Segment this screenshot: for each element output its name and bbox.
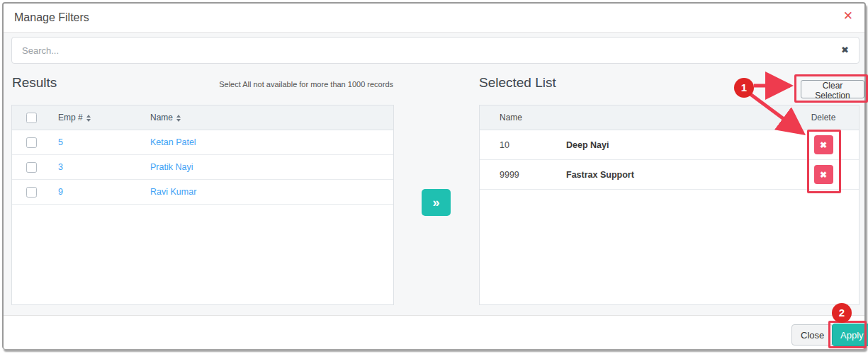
table-row: 9 Ravi Kumar xyxy=(12,180,393,205)
table-row: 3 Pratik Nayi xyxy=(12,155,393,180)
delete-icon[interactable]: ✖ xyxy=(814,135,833,154)
selected-emp-name: Deep Nayi xyxy=(566,140,788,150)
selected-list-table: Name Delete 10 Deep Nayi ✖ 9999 Fastrax … xyxy=(479,105,859,305)
delete-icon[interactable]: ✖ xyxy=(814,165,833,184)
column-header-delete: Delete xyxy=(788,113,859,122)
dialog-header: Manage Filters ✕ xyxy=(4,4,864,33)
emp-number-link[interactable]: 5 xyxy=(58,137,63,147)
column-header-emp[interactable]: Emp # xyxy=(51,113,150,122)
manage-filters-dialog: Manage Filters ✕ ✖ Results Select All no… xyxy=(2,2,866,349)
column-header-name: Name xyxy=(480,113,566,122)
screen: Manage Filters ✕ ✖ Results Select All no… xyxy=(0,0,868,354)
results-table: Emp # Name 5 Ketan Patel 3 Pratik Nayi 9… xyxy=(11,105,394,305)
search-input[interactable] xyxy=(12,38,859,63)
emp-number-link[interactable]: 3 xyxy=(58,162,63,172)
selected-emp-name: Fastrax Support xyxy=(566,170,788,180)
search-clear-icon[interactable]: ✖ xyxy=(841,45,849,55)
row-checkbox[interactable] xyxy=(26,187,37,198)
row-checkbox[interactable] xyxy=(26,137,37,148)
close-icon[interactable]: ✕ xyxy=(843,10,853,22)
table-row: 5 Ketan Patel xyxy=(12,130,393,155)
selected-list-heading: Selected List xyxy=(479,75,556,91)
dialog-footer xyxy=(4,315,864,349)
column-header-emp-label: Emp # xyxy=(58,113,83,122)
sort-icon xyxy=(176,115,181,122)
row-checkbox[interactable] xyxy=(26,162,37,173)
selected-emp-number: 10 xyxy=(480,140,566,150)
results-table-header: Emp # Name xyxy=(12,105,393,130)
table-row: 9999 Fastrax Support ✖ xyxy=(480,160,859,190)
annotation-step-1: 1 xyxy=(734,78,754,98)
emp-name-link[interactable]: Pratik Nayi xyxy=(150,162,193,172)
select-all-checkbox[interactable] xyxy=(26,113,37,123)
emp-number-link[interactable]: 9 xyxy=(58,187,63,197)
column-header-name[interactable]: Name xyxy=(150,113,393,122)
selected-emp-number: 9999 xyxy=(480,170,566,180)
apply-button[interactable]: Apply xyxy=(832,324,868,346)
table-row: 10 Deep Nayi ✖ xyxy=(480,130,859,160)
emp-name-link[interactable]: Ketan Patel xyxy=(150,137,196,147)
move-to-selected-button[interactable]: » xyxy=(422,189,451,216)
select-all-note: Select All not available for more than 1… xyxy=(188,80,393,88)
column-header-name-label: Name xyxy=(150,113,173,122)
emp-name-link[interactable]: Ravi Kumar xyxy=(150,187,196,197)
sort-icon xyxy=(86,115,91,122)
search-box: ✖ xyxy=(11,37,859,64)
close-button[interactable]: Close xyxy=(791,324,833,346)
clear-selection-button[interactable]: Clear Selection xyxy=(801,80,864,98)
selected-table-header: Name Delete xyxy=(480,105,859,130)
dialog-title: Manage Filters xyxy=(14,11,89,24)
results-heading: Results xyxy=(12,75,57,91)
